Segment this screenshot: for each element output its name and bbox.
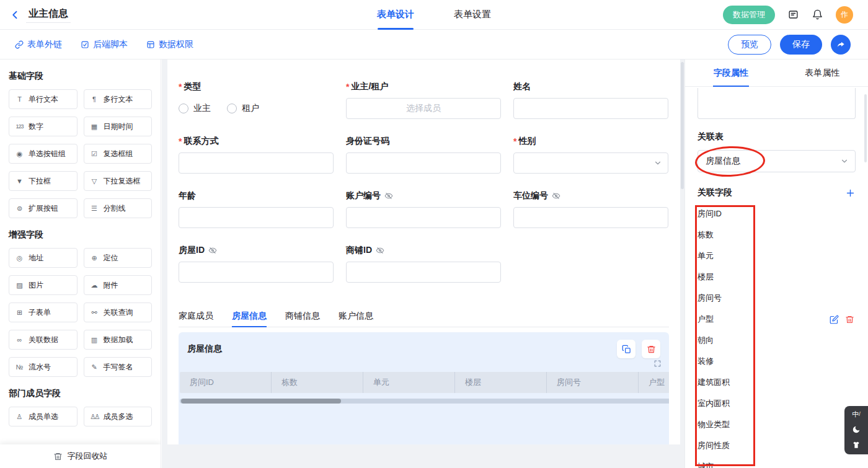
props-scrollbar[interactable] bbox=[864, 94, 867, 162]
palette-item-attachment[interactable]: ☁附件 bbox=[84, 275, 153, 295]
tab-form-settings[interactable]: 表单设置 bbox=[454, 0, 491, 30]
expand-icon[interactable] bbox=[653, 360, 662, 369]
palette-item-location[interactable]: ⊕定位 bbox=[84, 248, 153, 268]
field-parking-no[interactable]: 车位编号 bbox=[513, 190, 668, 228]
dark-mode-icon[interactable] bbox=[852, 425, 861, 434]
tab-field-properties[interactable]: 字段属性 bbox=[685, 60, 777, 86]
tab-family-members[interactable]: 家庭成员 bbox=[179, 305, 213, 327]
canvas-scrollbar[interactable] bbox=[681, 62, 684, 189]
related-field-item[interactable]: 城市 bbox=[698, 456, 856, 468]
preview-button[interactable]: 预览 bbox=[728, 35, 771, 55]
field-contact[interactable]: *联系方式 bbox=[179, 135, 334, 174]
external-link-button[interactable]: 表单外链 bbox=[15, 39, 62, 50]
delete-field-icon[interactable] bbox=[845, 315, 854, 324]
related-field-item[interactable]: 楼层 bbox=[698, 267, 856, 288]
member-picker[interactable]: 选择成员 bbox=[346, 98, 501, 119]
palette-item-divider[interactable]: ☰分割线 bbox=[84, 198, 153, 218]
field-owner-tenant[interactable]: *业主/租户 选择成员 bbox=[346, 81, 501, 119]
language-toggle[interactable]: 中/ bbox=[852, 411, 861, 418]
backend-script-button[interactable]: 后端脚本 bbox=[81, 39, 128, 50]
account-no-input[interactable] bbox=[346, 207, 501, 228]
palette-item-dropdown-multi[interactable]: ▽下拉复选框 bbox=[84, 171, 153, 191]
palette-item-extend-button[interactable]: ⊜扩展按钮 bbox=[9, 198, 78, 218]
gender-select[interactable] bbox=[513, 152, 668, 174]
related-table-select[interactable]: 房屋信息 bbox=[698, 150, 856, 172]
avatar[interactable]: 作 bbox=[836, 6, 853, 24]
related-field-item[interactable]: 单元 bbox=[698, 245, 856, 267]
tab-form-properties[interactable]: 表单属性 bbox=[777, 60, 868, 86]
age-input[interactable] bbox=[179, 207, 334, 228]
related-field-item[interactable]: 装修 bbox=[698, 351, 856, 372]
field-house-id[interactable]: 房屋ID bbox=[179, 244, 334, 283]
save-button[interactable]: 保存 bbox=[780, 35, 822, 55]
eye-hidden-icon[interactable] bbox=[208, 246, 217, 255]
contact-input[interactable] bbox=[179, 152, 334, 174]
house-id-input[interactable] bbox=[179, 262, 334, 283]
palette-item-related-query[interactable]: ⚯关联查询 bbox=[84, 302, 153, 322]
palette-item-signature[interactable]: ✎手写签名 bbox=[84, 357, 153, 377]
related-field-item[interactable]: 户型 bbox=[698, 309, 856, 330]
palette-item-multi-line-text[interactable]: ¶多行文本 bbox=[84, 89, 153, 109]
tab-house-info[interactable]: 房屋信息 bbox=[232, 305, 267, 327]
theme-skin-icon[interactable] bbox=[852, 441, 861, 449]
header-right: 数据管理 作 bbox=[723, 6, 868, 24]
property-input[interactable] bbox=[698, 88, 856, 119]
address-icon: ◎ bbox=[14, 254, 25, 262]
share-button[interactable] bbox=[831, 35, 851, 55]
eye-hidden-icon[interactable] bbox=[376, 246, 384, 255]
palette-item-member-multi[interactable]: ♙♙成员多选 bbox=[84, 407, 153, 426]
palette-item-radio-group[interactable]: ◉单选按钮组 bbox=[9, 144, 78, 164]
bell-icon[interactable] bbox=[812, 9, 823, 20]
data-permission-button[interactable]: 数据权限 bbox=[146, 39, 193, 50]
parking-no-input[interactable] bbox=[513, 207, 668, 228]
related-field-item[interactable]: 室内面积 bbox=[698, 393, 856, 414]
related-field-item[interactable]: 建筑面积 bbox=[698, 372, 856, 393]
tab-form-design[interactable]: 表单设计 bbox=[377, 0, 414, 30]
palette-item-datetime[interactable]: ▦日期时间 bbox=[84, 117, 153, 136]
eye-hidden-icon[interactable] bbox=[384, 192, 393, 200]
field-account-no[interactable]: 账户编号 bbox=[346, 190, 501, 228]
docs-icon[interactable] bbox=[787, 9, 799, 20]
field-age[interactable]: 年龄 bbox=[179, 190, 334, 228]
subform-panel[interactable]: 房屋信息 房间ID 栋数 单元 bbox=[179, 332, 669, 444]
add-related-field-button[interactable] bbox=[845, 188, 856, 198]
palette-item-checkbox-group[interactable]: ☑复选框组 bbox=[84, 144, 153, 164]
id-card-input[interactable] bbox=[346, 152, 501, 174]
palette-item-dropdown[interactable]: ▼下拉框 bbox=[9, 171, 78, 191]
field-type[interactable]: *类型 业主 租户 bbox=[179, 81, 334, 119]
related-field-item[interactable]: 房间ID bbox=[698, 203, 856, 224]
palette-item-data-load[interactable]: ▥数据加载 bbox=[84, 330, 153, 350]
back-icon[interactable] bbox=[10, 9, 21, 20]
palette-item-number[interactable]: 123数字 bbox=[9, 117, 78, 136]
related-field-item[interactable]: 房间号 bbox=[698, 288, 856, 309]
tab-shop-info[interactable]: 商铺信息 bbox=[285, 305, 320, 327]
related-field-item[interactable]: 房间性质 bbox=[698, 435, 856, 456]
related-field-item[interactable]: 朝向 bbox=[698, 330, 856, 351]
related-field-item[interactable]: 物业类型 bbox=[698, 414, 856, 435]
edit-field-icon[interactable] bbox=[830, 315, 839, 324]
radio-tenant[interactable]: 租户 bbox=[227, 103, 259, 114]
subform-hscrollbar-thumb[interactable] bbox=[181, 399, 341, 404]
related-field-item[interactable]: 栋数 bbox=[698, 224, 856, 245]
tab-account-info[interactable]: 账户信息 bbox=[339, 305, 373, 327]
palette-item-serial-number[interactable]: №流水号 bbox=[9, 357, 78, 377]
radio-owner[interactable]: 业主 bbox=[179, 103, 211, 114]
palette-item-subform[interactable]: ⊞子表单 bbox=[9, 302, 78, 322]
properties-panel: 字段属性 表单属性 关联表 房屋信息 关联字段 房间ID 栋数 单元 楼层 房间… bbox=[684, 60, 868, 468]
field-recycle-bin[interactable]: 字段回收站 bbox=[0, 444, 161, 468]
eye-hidden-icon[interactable] bbox=[552, 192, 560, 200]
palette-item-image[interactable]: ▨图片 bbox=[9, 275, 78, 295]
field-gender[interactable]: *性别 bbox=[513, 135, 668, 174]
palette-item-address[interactable]: ◎地址 bbox=[9, 248, 78, 268]
field-shop-id[interactable]: 商铺ID bbox=[346, 244, 501, 283]
palette-item-single-line-text[interactable]: T单行文本 bbox=[9, 89, 78, 109]
name-input[interactable] bbox=[513, 98, 668, 119]
shop-id-input[interactable] bbox=[346, 262, 501, 283]
field-name[interactable]: 姓名 bbox=[513, 81, 668, 119]
delete-button[interactable] bbox=[642, 340, 660, 358]
data-manage-button[interactable]: 数据管理 bbox=[723, 6, 775, 24]
palette-item-related-data[interactable]: ∞关联数据 bbox=[9, 330, 78, 350]
palette-item-member-single[interactable]: ♙成员单选 bbox=[9, 407, 78, 426]
copy-button[interactable] bbox=[617, 340, 636, 358]
field-id-card[interactable]: 身份证号码 bbox=[346, 135, 501, 174]
